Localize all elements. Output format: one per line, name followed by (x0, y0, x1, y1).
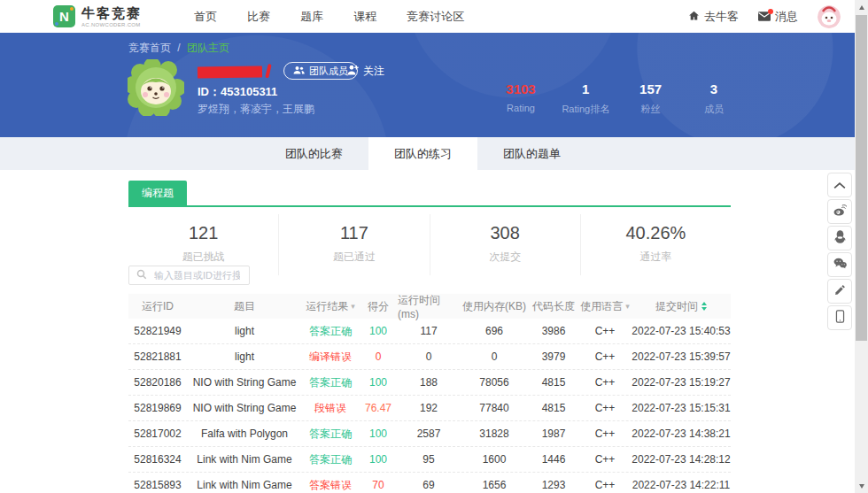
team-stat-value: 3103 (499, 81, 543, 96)
messages-label: 消息 (775, 9, 798, 25)
table-row[interactable]: 52816324 Link with Nim Game 答案正确 100 95 … (128, 447, 731, 473)
go-nowcoder-link[interactable]: 去牛客 (688, 9, 739, 25)
memory-cell: 0 (460, 350, 529, 363)
nowcoder-logo-icon: N (53, 5, 75, 27)
home-icon (688, 10, 700, 24)
table-row[interactable]: 52820186 NIO with String Game 答案正确 100 1… (128, 370, 731, 396)
nowcoder-logo[interactable]: N 牛客竞赛 AC.NOWCODER.COM (53, 5, 151, 27)
top-navbar: N 牛客竞赛 AC.NOWCODER.COM 首页比赛题库课程竞赛讨论区 去牛客… (0, 0, 855, 33)
time-cell: 69 (398, 479, 460, 491)
column-header[interactable]: 题目 (187, 299, 302, 314)
filter-caret-icon[interactable]: ▾ (351, 303, 355, 311)
search-input[interactable] (152, 269, 242, 281)
mobile-app-button[interactable] (827, 305, 852, 330)
scroll-down-arrow[interactable] (855, 479, 868, 493)
column-header[interactable]: 使用内存(KB) (460, 299, 529, 314)
tab-programming-problems[interactable]: 编程题 (128, 181, 187, 205)
sort-icon[interactable] (701, 302, 707, 311)
team-tab[interactable]: 团队的练习 (368, 137, 477, 170)
team-avatar[interactable] (128, 59, 184, 116)
scroll-up-arrow[interactable] (855, 0, 868, 14)
team-stat: 3103 Rating (499, 81, 543, 116)
submit-time-cell: 2022-07-23 14:28:12 (632, 453, 731, 466)
table-row[interactable]: 52817002 Falfa with Polygon 答案正确 100 258… (128, 421, 731, 447)
problem-cell: light (187, 325, 302, 337)
team-stat: 1 Rating排名 (562, 81, 609, 116)
submit-time-cell: 2022-07-23 15:40:53 (632, 325, 731, 337)
table-row[interactable]: 52821881 light 编译错误 0 0 0 3979 C++ 2022-… (128, 344, 731, 370)
column-header[interactable]: 运行时间(ms) (398, 293, 460, 320)
result-cell: 段错误 (302, 401, 359, 416)
nav-item[interactable]: 课程 (338, 0, 391, 33)
team-stat-value: 3 (692, 81, 736, 96)
code-length-cell: 1293 (529, 479, 578, 491)
table-row[interactable]: 52815893 Link with Nim Game 答案错误 70 69 1… (128, 473, 731, 493)
nav-item[interactable]: 首页 (179, 0, 232, 33)
team-tab[interactable]: 团队的题单 (477, 137, 586, 170)
column-header[interactable]: 运行ID (128, 299, 187, 314)
team-banner: 竞赛首页 / 团队主页 (0, 33, 855, 137)
nav-item[interactable]: 题库 (285, 0, 338, 33)
score-cell: 100 (359, 428, 398, 440)
qq-share-button[interactable] (827, 226, 852, 250)
column-header[interactable]: 运行结果▾ (302, 299, 359, 314)
code-length-cell: 4815 (529, 376, 578, 389)
search-box (128, 266, 250, 285)
filter-caret-icon[interactable]: ▾ (625, 303, 630, 311)
table-body: 52821949 light 答案正确 100 117 696 3986 C++… (128, 319, 731, 493)
language-cell: C++ (578, 350, 632, 363)
nav-item[interactable]: 竞赛讨论区 (391, 0, 479, 33)
run-id-cell: 52821949 (128, 325, 187, 337)
feedback-button[interactable] (827, 279, 852, 304)
submit-time-cell: 2022-07-23 15:15:31 (632, 402, 731, 414)
go-nowcoder-label: 去牛客 (704, 9, 739, 25)
messages-link[interactable]: 消息 (758, 9, 798, 25)
problem-cell: Link with Nim Game (187, 479, 302, 491)
result-cell: 编译错误 (302, 350, 359, 365)
run-id-cell: 52821881 (128, 350, 187, 363)
practice-stat-label: 通过率 (581, 250, 731, 265)
code-length-cell: 1987 (529, 428, 578, 440)
breadcrumb-team-home[interactable]: 团队主页 (187, 42, 229, 54)
code-length-cell: 3979 (529, 350, 578, 363)
nav-item[interactable]: 比赛 (232, 0, 285, 33)
wechat-share-button[interactable] (827, 252, 852, 277)
side-toolbar (827, 173, 852, 330)
run-id-cell: 52817002 (128, 428, 187, 440)
team-stats: 3103 Rating 1 Rating排名 157 粉丝 3 成员 (499, 81, 736, 116)
accent-underline (128, 205, 731, 207)
practice-stat-value: 308 (430, 223, 580, 243)
time-cell: 2587 (398, 428, 460, 440)
scrollbar (855, 0, 868, 493)
score-cell: 70 (359, 479, 398, 491)
weibo-share-button[interactable] (827, 199, 852, 224)
problem-cell: light (187, 350, 302, 363)
team-members-label: 团队成员 (309, 65, 348, 78)
back-to-top-button[interactable] (827, 173, 852, 197)
table-row[interactable]: 52819869 NIO with String Game 段错误 76.47 … (128, 396, 731, 421)
breadcrumb-contest-home[interactable]: 竞赛首页 (128, 42, 171, 54)
column-header[interactable]: 提交时间 (632, 299, 731, 314)
result-cell: 答案正确 (302, 452, 359, 467)
table-row[interactable]: 52821949 light 答案正确 100 117 696 3986 C++… (128, 319, 731, 344)
result-cell: 答案正确 (302, 324, 359, 339)
scrollbar-thumb[interactable] (856, 15, 867, 341)
submit-time-cell: 2022-07-23 15:39:57 (632, 350, 731, 363)
column-header[interactable]: 使用语言▾ (578, 299, 632, 314)
code-length-cell: 3986 (529, 325, 578, 337)
follow-button[interactable]: 关注 (347, 64, 384, 79)
score-cell: 100 (359, 453, 398, 466)
problem-cell: Falfa with Polygon (187, 428, 302, 440)
user-avatar[interactable] (818, 5, 841, 28)
column-header[interactable]: 得分 (359, 299, 398, 314)
language-cell: C++ (578, 402, 632, 414)
wechat-icon (833, 257, 847, 273)
submit-time-cell: 2022-07-23 15:19:27 (632, 376, 731, 389)
memory-cell: 78056 (460, 376, 529, 389)
time-cell: 188 (398, 376, 460, 389)
column-header[interactable]: 代码长度 (529, 299, 578, 314)
team-tab[interactable]: 团队的比赛 (260, 137, 368, 170)
logo-title: 牛客竞赛 (81, 6, 151, 19)
team-stat-label: Rating (499, 103, 543, 113)
problem-cell: Link with Nim Game (187, 453, 302, 466)
